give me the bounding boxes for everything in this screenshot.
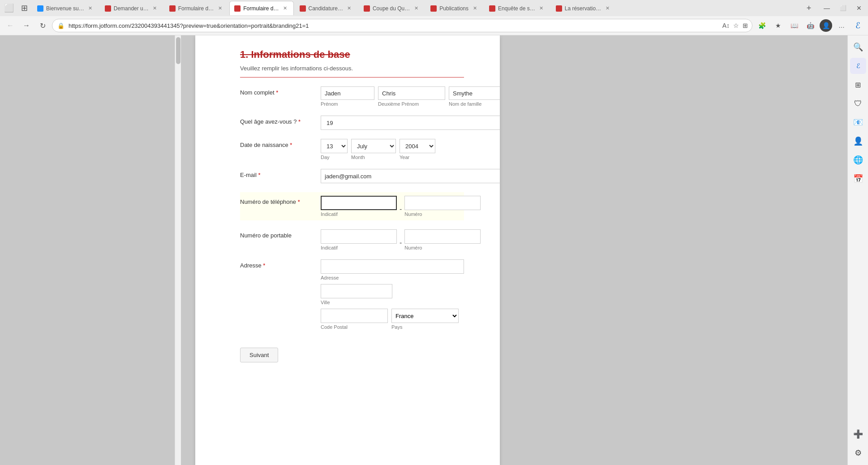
- tab-enquete[interactable]: Enquête de s… ✕: [484, 1, 550, 15]
- portable-indicatif-input[interactable]: [321, 229, 397, 244]
- sidebar-tools-btn[interactable]: 🛡: [850, 95, 866, 112]
- sidebar-calendar-btn[interactable]: 📅: [850, 171, 866, 187]
- window-icon[interactable]: ⬜: [2, 1, 16, 15]
- ville-input[interactable]: [321, 284, 392, 298]
- deuxieme-input[interactable]: [378, 86, 445, 100]
- address-fields-group: Adresse Ville Code Postal: [321, 259, 464, 330]
- more-options-button[interactable]: …: [835, 19, 848, 32]
- tab-close[interactable]: ✕: [471, 5, 478, 12]
- forward-button[interactable]: →: [20, 19, 33, 32]
- tab-label: Bienvenue su…: [46, 5, 84, 12]
- maximize-button[interactable]: ⬜: [836, 1, 850, 15]
- day-select[interactable]: 12345 678910 1112131415 1617181920 21222…: [321, 139, 348, 153]
- sidebar-settings-btn[interactable]: ⚙: [850, 445, 866, 461]
- numero-group: Numéro: [404, 196, 481, 217]
- indicatif-input[interactable]: [321, 196, 397, 210]
- tab-label: Candidature…: [309, 5, 343, 12]
- new-tab-icon[interactable]: ⊞: [17, 1, 31, 15]
- indicatif-label: Indicatif: [321, 211, 397, 217]
- portable-numero-input[interactable]: [404, 229, 481, 244]
- tab-bienvenue[interactable]: Bienvenue su… ✕: [32, 1, 99, 15]
- tab-publications[interactable]: Publications ✕: [425, 1, 483, 15]
- tab-close[interactable]: ✕: [346, 5, 353, 12]
- age-label: Quel âge avez-vous ? *: [240, 116, 321, 125]
- form-divider: [240, 77, 464, 78]
- tab-formulaire1[interactable]: Formulaire d… ✕: [164, 1, 228, 15]
- sidebar-mail-btn[interactable]: 📧: [850, 114, 866, 130]
- sidebar-collections-btn[interactable]: ⊞: [850, 77, 866, 93]
- bookmark-icon[interactable]: ☆: [732, 21, 740, 30]
- address-bar-row: ← → ↻ 🔒 A↕ ☆ ⊞ 🧩 ★ 📖 🤖 👤 … ℰ: [0, 16, 868, 35]
- tab-close[interactable]: ✕: [413, 5, 420, 12]
- suivant-button[interactable]: Suivant: [240, 348, 278, 362]
- prenom-group: Prénom: [321, 86, 374, 107]
- scrollbar-thumb[interactable]: [176, 37, 180, 64]
- age-select[interactable]: 19 18 20 21 22: [321, 116, 500, 130]
- tab-close[interactable]: ✕: [538, 5, 545, 12]
- tab-close[interactable]: ✕: [216, 5, 223, 12]
- portable-indicatif-group: Indicatif: [321, 229, 397, 250]
- tab-demander[interactable]: Demander u… ✕: [100, 1, 163, 15]
- tab-candidature[interactable]: Candidature… ✕: [295, 1, 358, 15]
- date-naissance-label: Date de naissance *: [240, 139, 321, 148]
- sidebar-outlook-btn[interactable]: 🌐: [850, 152, 866, 168]
- postal-input[interactable]: [321, 309, 388, 323]
- sidebar-add-btn[interactable]: ➕: [850, 426, 866, 442]
- email-input[interactable]: [321, 169, 500, 183]
- month-select[interactable]: JanuaryFebruaryMarchApril MayJuneJulyAug…: [351, 139, 396, 153]
- edge-sidebar-button[interactable]: ℰ: [851, 19, 864, 32]
- address-input[interactable]: [52, 19, 752, 32]
- address-bar-wrapper: 🔒 A↕ ☆ ⊞: [52, 19, 752, 32]
- famille-input[interactable]: [449, 86, 500, 100]
- back-button[interactable]: ←: [4, 19, 17, 32]
- numero-input[interactable]: [404, 196, 481, 210]
- copilot-button[interactable]: 🤖: [804, 19, 817, 32]
- tab-coupe[interactable]: Coupe du Qu… ✕: [359, 1, 425, 15]
- portable-fields-group: Indicatif - Numéro: [321, 229, 481, 250]
- age-fields: 19 18 20 21 22: [321, 116, 500, 130]
- telephone-label: Numéro de téléphone *: [240, 196, 321, 205]
- portable-dash: -: [400, 239, 402, 250]
- minimize-button[interactable]: —: [820, 1, 834, 15]
- tab-formulaire2[interactable]: Formulaire d… ✕: [229, 1, 293, 15]
- add-tab-button[interactable]: +: [803, 2, 815, 14]
- tab-close[interactable]: ✕: [87, 5, 94, 12]
- date-naissance-row: Date de naissance * 12345 678910 1112131…: [240, 139, 464, 160]
- tab-favicon: [430, 5, 437, 12]
- right-background: [514, 35, 847, 465]
- year-select[interactable]: 2000200120022003 200420052006: [400, 139, 435, 153]
- ville-sublabel: Ville: [321, 300, 464, 305]
- translate-icon[interactable]: A↕: [722, 21, 730, 30]
- form-card: 1. Informations de base Veuillez remplir…: [195, 35, 500, 465]
- close-button[interactable]: ✕: [852, 1, 866, 15]
- sidebar-bottom: ➕ ⚙: [850, 426, 866, 465]
- address-actions: A↕ ☆ ⊞: [722, 21, 749, 30]
- adresse-label: Adresse *: [240, 259, 321, 269]
- tab-bar: ⬜ ⊞ Bienvenue su… ✕ Demander u… ✕ Formul…: [0, 0, 868, 16]
- tab-favicon: [300, 5, 306, 12]
- indicatif-group: Indicatif: [321, 196, 397, 217]
- nom-complet-label: Nom complet *: [240, 86, 321, 96]
- tab-close[interactable]: ✕: [151, 5, 159, 12]
- telephone-row: Numéro de téléphone * Indicatif - Numéro: [240, 192, 464, 220]
- sidebar-profile-btn[interactable]: 👤: [850, 133, 866, 149]
- adresse-input[interactable]: [321, 259, 464, 274]
- prenom-input[interactable]: [321, 86, 374, 100]
- sidebar-copilot-btn[interactable]: ℰ: [850, 58, 866, 74]
- favorites-button[interactable]: ★: [771, 19, 785, 32]
- collections-icon[interactable]: ⊞: [742, 21, 749, 30]
- scrollbar[interactable]: [175, 35, 181, 465]
- browser-chrome: ⬜ ⊞ Bienvenue su… ✕ Demander u… ✕ Formul…: [0, 0, 868, 35]
- profile-button[interactable]: 👤: [820, 19, 832, 32]
- date-fields: 12345 678910 1112131415 1617181920 21222…: [321, 139, 464, 160]
- tab-favicon: [489, 5, 495, 12]
- pays-select[interactable]: France Allemagne Belgique Canada Espagne…: [391, 309, 459, 323]
- tab-close[interactable]: ✕: [604, 5, 611, 12]
- reading-list-button[interactable]: 📖: [787, 19, 801, 32]
- day-group: 12345 678910 1112131415 1617181920 21222…: [321, 139, 348, 160]
- sidebar-search-btn[interactable]: 🔍: [850, 39, 866, 55]
- extensions-button[interactable]: 🧩: [755, 19, 769, 32]
- tab-close[interactable]: ✕: [282, 5, 289, 12]
- tab-reservation[interactable]: La réservatio… ✕: [551, 1, 616, 15]
- refresh-button[interactable]: ↻: [36, 19, 49, 32]
